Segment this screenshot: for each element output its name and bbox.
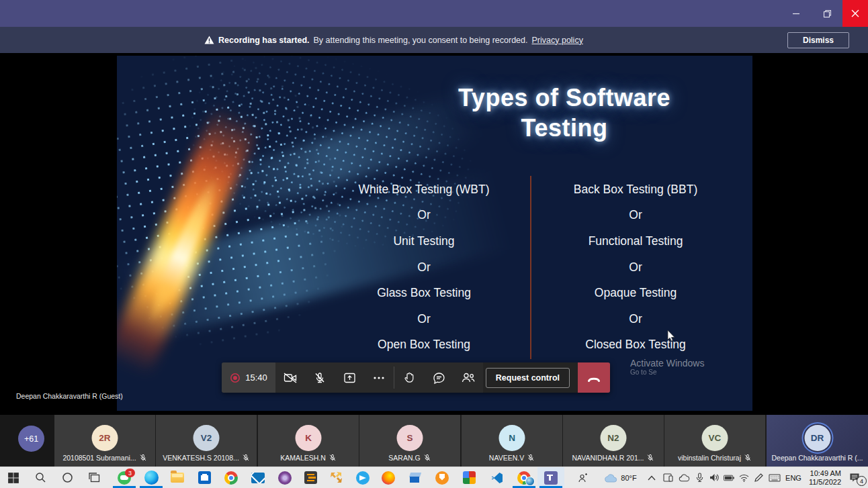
task-view-icon[interactable] [81, 467, 107, 488]
phone-hangup-icon [586, 373, 602, 383]
participant-tile[interactable]: V2 VENKATESH.S 20108... [156, 415, 257, 467]
slide-text-line: Or [323, 306, 525, 332]
slide-text-line: Glass Box Testing [323, 280, 525, 306]
recording-indicator-icon [230, 373, 241, 383]
participant-tile[interactable]: 2R 20108501 Subramani... [54, 415, 155, 467]
slide-text-line: Or [323, 254, 525, 281]
participant-avatar: K [296, 425, 322, 451]
mic-muted-icon [646, 454, 654, 462]
participant-avatar: V2 [193, 425, 220, 451]
start-button[interactable] [0, 467, 27, 488]
telegram-icon[interactable] [349, 467, 376, 488]
banner-body-text: By attending this meeting, you consent t… [314, 36, 528, 45]
security-app-icon[interactable] [429, 467, 455, 488]
request-control-button[interactable]: Request control [486, 368, 570, 388]
edge-browser-icon[interactable] [138, 467, 165, 488]
privacy-policy-link[interactable]: Privacy policy [531, 36, 582, 45]
participant-tile[interactable]: K KAMALESH.N [258, 415, 359, 467]
slide-left-column: White Box Testing (WBT)OrUnit TestingOrG… [323, 177, 525, 358]
participant-avatar: S [397, 425, 423, 451]
sublime-text-icon[interactable] [297, 467, 324, 488]
pen-tray-icon[interactable] [751, 467, 766, 488]
mic-muted-icon [242, 454, 250, 462]
file-transfer-app-icon[interactable] [322, 467, 349, 488]
column-divider-line [530, 176, 531, 359]
minimize-button[interactable] [781, 0, 812, 27]
participant-tile[interactable]: S SARAN.G [359, 415, 460, 467]
tray-chevron-icon[interactable] [644, 467, 660, 488]
control-bar-right-section: Request control [483, 362, 578, 393]
vscode-icon[interactable] [484, 467, 511, 488]
microsoft-store-icon[interactable] [191, 467, 218, 488]
mail-icon[interactable] [245, 467, 271, 488]
windows-taskbar: 3 80°F [0, 467, 868, 488]
action-center-icon[interactable]: 4 [841, 467, 868, 488]
participant-avatar: DR [804, 425, 830, 451]
tor-browser-icon[interactable] [271, 467, 298, 488]
chat-notification-badge: 3 [125, 469, 135, 477]
mic-muted-icon [329, 454, 337, 462]
window-titlebar [0, 0, 868, 27]
chat-app-icon[interactable]: 3 [111, 467, 138, 488]
raise-hand-button[interactable] [394, 362, 424, 393]
mic-off-button[interactable] [305, 362, 335, 393]
participant-avatar: N [499, 425, 525, 451]
participant-avatar: VC [702, 425, 728, 451]
participant-name: 20108501 Subramani... [62, 454, 136, 462]
microphone-tray-icon[interactable] [692, 467, 707, 488]
language-label: ENG [785, 474, 801, 482]
camera-off-button[interactable] [275, 362, 305, 393]
wifi-tray-icon[interactable] [736, 467, 751, 488]
recording-banner: Recording has started. By attending this… [0, 27, 868, 53]
people-button[interactable] [453, 362, 483, 393]
mic-muted-icon [139, 454, 147, 462]
cortana-icon[interactable] [54, 467, 81, 488]
restore-button[interactable] [812, 0, 842, 27]
slide-text-line: Or [535, 203, 736, 229]
participant-tile[interactable]: N NAVEEN.V [462, 415, 562, 467]
your-phone-tray-icon[interactable] [660, 467, 676, 488]
people-tray-icon[interactable] [570, 467, 597, 488]
slide-text-line: Opaque Testing [535, 280, 736, 306]
teams-meeting-window: Recording has started. By attending this… [0, 0, 868, 488]
participant-name: VENKATESH.S 20108... [163, 454, 239, 462]
slide-text-line: Back Box Testing (BBT) [535, 177, 736, 203]
slide-text-line: Closed Box Testing [535, 332, 736, 358]
battery-tray-icon[interactable] [722, 467, 736, 488]
participant-tile[interactable]: N2 NAVANIDHAN.R 201... [563, 415, 664, 467]
share-screen-button[interactable] [335, 362, 364, 393]
dismiss-button[interactable]: Dismiss [787, 32, 849, 48]
clock-time: 10:49 AM [810, 469, 841, 478]
teams-icon[interactable] [537, 467, 564, 488]
participant-name: KAMALESH.N [280, 454, 326, 462]
hang-up-button[interactable] [578, 362, 610, 393]
participant-name: SARAN.G [388, 454, 420, 462]
touch-keyboard-tray-icon[interactable] [766, 467, 783, 488]
firefox-icon[interactable] [375, 467, 402, 488]
participant-tile[interactable]: VC vibinstalin Christuraj [664, 415, 765, 467]
search-icon[interactable] [27, 467, 54, 488]
weather-tray-item[interactable]: 80°F [597, 467, 645, 488]
participant-overflow-tile[interactable]: +61 [0, 415, 54, 467]
chat-button[interactable] [424, 362, 453, 393]
file-explorer-icon[interactable] [164, 467, 191, 488]
volume-tray-icon[interactable] [707, 467, 722, 488]
chrome-icon[interactable] [218, 467, 245, 488]
banner-bold-text: Recording has started. [218, 36, 309, 45]
slide-text-line: White Box Testing (WBT) [323, 177, 525, 203]
slide-text-line: Functional Testing [535, 228, 736, 254]
slide-title-line2: Testing [403, 113, 726, 143]
chrome-profile-icon[interactable] [511, 467, 537, 488]
virtualbox-icon[interactable] [402, 467, 429, 488]
onedrive-tray-icon[interactable] [676, 467, 692, 488]
colorful-app-icon[interactable] [455, 467, 482, 488]
participant-avatar: N2 [601, 425, 627, 451]
close-button[interactable] [842, 0, 868, 27]
mic-muted-icon [527, 454, 535, 462]
shared-presentation-slide: Types of Software Testing White Box Test… [117, 56, 752, 411]
more-actions-button[interactable] [364, 362, 394, 393]
watermark-line1: Activate Windows [630, 358, 704, 369]
clock-tray-item[interactable]: 10:49 AM 11/5/2022 [801, 467, 841, 488]
watermark-line2: Go to Se [630, 369, 704, 376]
participant-tile[interactable]: DR Deepan Chakkaravarthi R (... [767, 415, 868, 467]
